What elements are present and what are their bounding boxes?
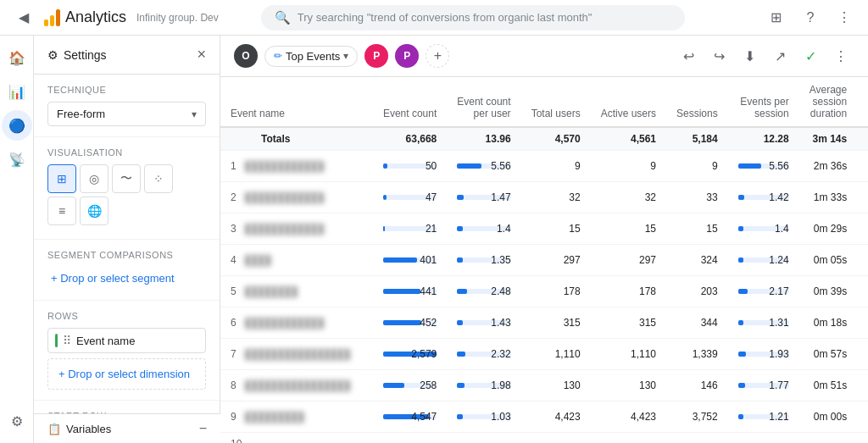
cell-total-users: 4,423 [521,401,591,433]
col-conversions[interactable]: ↑ Conversions [857,77,868,127]
cell-event-count: 60 [373,433,447,444]
cell-conversions: 0 [857,339,868,370]
technique-value: Free-form [57,108,192,120]
chevron-down-icon: ▾ [343,50,348,62]
cell-event-count: 441 [373,276,447,307]
collapse-variables-button[interactable]: − [199,421,207,436]
variables-icon: 📋 [47,423,61,435]
nav-explore[interactable]: 🔵 [2,110,32,141]
search-bar[interactable]: 🔍 Try searching "trend of conversions fr… [261,5,685,30]
viz-table-button[interactable]: ⊞ [47,164,76,193]
table-row[interactable]: 10 ████████████████████ 60 1.58 38 38 41 [220,433,868,444]
share-button[interactable]: ↗ [766,42,793,69]
table-row[interactable]: 5 ████████ 441 2.48 178 178 203 2.17 [220,276,868,307]
more-button[interactable]: ⋮ [831,4,858,31]
col-event-name[interactable]: Event name [220,77,373,127]
cell-active-users: 15 [591,213,666,245]
cell-events-per-session: 1.46 [728,433,799,444]
cell-avg-session-duration: 0m 39s [799,276,857,307]
cell-conversions: 0 [857,276,868,307]
apps-button[interactable]: ⊞ [763,4,790,31]
table-row[interactable]: 3 ████████████ 21 1.4 15 15 15 1.4 [220,213,868,245]
cell-active-users: 297 [591,245,666,276]
add-dimension-container: + Drop or select dimension [47,358,206,390]
cell-active-users: 38 [591,433,666,444]
top-events-tab[interactable]: ✏ Top Events ▾ [264,46,358,67]
cell-conversions: 50 [857,151,868,182]
cell-sessions: 324 [666,245,728,276]
more-options-button[interactable]: ⋮ [827,42,854,69]
viz-donut-button[interactable]: ◎ [80,164,108,193]
cell-event-count-per-user: 1.98 [447,370,520,401]
col-events-per-session[interactable]: Events persession [728,77,799,127]
totals-avg-session-duration: 3m 14s [799,127,857,151]
check-button[interactable]: ✓ [797,42,824,69]
col-active-users[interactable]: Active users [591,77,666,127]
cell-event-count-per-user: 1.03 [447,401,520,433]
table-header-row: Event name Event count Event countper us… [220,77,868,127]
cell-sessions: 146 [666,370,728,401]
totals-events-per-session: 12.28 [728,127,799,151]
variables-text: Variables [66,423,111,435]
cell-events-per-session: 5.56 [728,151,799,182]
col-sessions[interactable]: Sessions [666,77,728,127]
data-table: Event name Event count Event countper us… [220,77,868,443]
cell-event-count-per-user: 2.48 [447,276,520,307]
data-table-container: Event name Event count Event countper us… [220,77,868,443]
totals-event-count-per-user: 13.96 [447,127,520,151]
col-avg-session-duration[interactable]: Averagesessionduration [799,77,857,127]
add-segment-button[interactable]: + Drop or select segment [47,267,178,290]
table-row[interactable]: 4 ████ 401 1.35 297 297 324 1.24 [220,245,868,276]
visualisation-section: VISUALISATION ⊞ ◎ 〜 ⁘ ≡ 🌐 [34,137,220,240]
table-row[interactable]: 1 ████████████ 50 5.56 9 9 9 5.56 [220,151,868,182]
cell-event-count-per-user: 1.35 [447,245,520,276]
table-row[interactable]: 9 █████████ 4,547 1.03 4,423 4,423 3,752 [220,401,868,433]
back-button[interactable]: ◀ [10,4,37,31]
o-circle: O [234,44,258,68]
cell-events-per-session: 1.42 [728,182,799,213]
cell-event-count-per-user: 1.4 [447,213,520,245]
col-total-users[interactable]: Total users [521,77,591,127]
add-tab-button[interactable]: + [426,44,449,68]
table-row[interactable]: 7 ████████████████ 2,579 2.32 1,110 1,11… [220,339,868,370]
cell-sessions: 41 [666,433,728,444]
undo-button[interactable]: ↩ [675,42,702,69]
cell-event-count-per-user: 5.56 [447,151,520,182]
logo-bars [44,9,60,26]
viz-bar-button[interactable]: ≡ [47,197,76,225]
technique-select[interactable]: Free-form ▾ [47,102,206,126]
cell-sessions: 1,339 [666,339,728,370]
cell-avg-session-duration: 0m 29s [799,213,857,245]
viz-scatter-button[interactable]: ⁘ [144,164,173,193]
cell-total-users: 130 [521,370,591,401]
cell-total-users: 178 [521,276,591,307]
viz-line-button[interactable]: 〜 [112,164,141,193]
download-button[interactable]: ⬇ [736,42,763,69]
cell-event-count: 21 [373,213,447,245]
col-event-count[interactable]: Event count [373,77,447,127]
table-row[interactable]: 8 ████████████████ 258 1.98 130 130 146 [220,370,868,401]
table-row[interactable]: 2 ████████████ 47 1.47 32 32 33 1.42 [220,182,868,213]
add-dimension-button[interactable]: + Drop or select dimension [55,364,193,384]
cell-total-users: 32 [521,182,591,213]
cell-avg-session-duration: 0m 57s [799,339,857,370]
viz-geo-button[interactable]: 🌐 [80,197,108,225]
cell-event-count: 452 [373,307,447,339]
nav-home[interactable]: 🏠 [2,42,32,73]
help-button[interactable]: ? [797,4,824,31]
cell-conversions: 47 [857,182,868,213]
table-row[interactable]: 6 ████████████ 452 1.43 315 315 344 1 [220,307,868,339]
nav-reports[interactable]: 📊 [2,76,32,107]
col-event-count-per-user[interactable]: Event countper user [447,77,520,127]
cell-event-name: 10 ████████████████████ [220,433,373,444]
cell-avg-session-duration: 0m 07s [799,433,857,444]
nav-advertising[interactable]: 📡 [2,144,32,174]
nav-settings[interactable]: ⚙ [2,406,32,436]
cell-event-count-per-user: 2.32 [447,339,520,370]
cell-active-users: 4,423 [591,401,666,433]
redo-button[interactable]: ↪ [705,42,732,69]
cell-conversions: 0 [857,370,868,401]
cell-sessions: 15 [666,213,728,245]
pencil-icon: ✏ [274,50,282,62]
close-settings-button[interactable]: × [197,46,206,64]
